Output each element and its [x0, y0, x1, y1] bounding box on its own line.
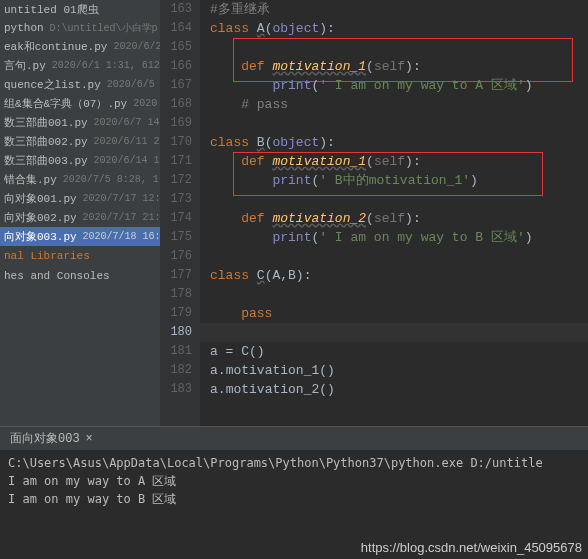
close-icon[interactable]: ×: [86, 432, 93, 446]
tree-item[interactable]: eak和continue.py2020/6/2 21: [0, 37, 160, 56]
terminal-output[interactable]: C:\Users\Asus\AppData\Local\Programs\Pyt…: [0, 450, 588, 512]
tree-item[interactable]: 错合集.py2020/7/5 8:28, 1.63 k: [0, 170, 160, 189]
tree-item[interactable]: python D:\untitled\小白学p: [0, 19, 160, 37]
watermark: https://blog.csdn.net/weixin_45095678: [361, 540, 582, 555]
tree-item[interactable]: 数三部曲001.py2020/6/7 14:18: [0, 113, 160, 132]
tree-item-selected[interactable]: 向对象003.py2020/7/18 16:47,: [0, 227, 160, 246]
tree-item[interactable]: 数三部曲002.py2020/6/11 22:: [0, 132, 160, 151]
output-line: I am on my way to A 区域: [8, 472, 580, 490]
output-line: I am on my way to B 区域: [8, 490, 580, 508]
file-tree[interactable]: untitled 01爬虫 python D:\untitled\小白学p ea…: [0, 0, 160, 426]
line-gutter: 1631641651661671681691701711721731741751…: [160, 0, 200, 426]
tree-item[interactable]: 组&集合&字典（07）.py2020: [0, 94, 160, 113]
tree-item[interactable]: 数三部曲003.py2020/6/14 19:5: [0, 151, 160, 170]
code-editor[interactable]: #多重继承 class A(object): def motivation_1(…: [200, 0, 588, 426]
tree-item[interactable]: 向对象001.py2020/7/17 12:13,: [0, 189, 160, 208]
tree-item[interactable]: quence之list.py2020/6/5 9:41: [0, 75, 160, 94]
tree-item[interactable]: 向对象002.py2020/7/17 21:18,: [0, 208, 160, 227]
run-tab[interactable]: 面向对象003 ×: [0, 427, 588, 450]
folder-tab[interactable]: untitled 01爬虫: [0, 0, 160, 19]
external-libraries[interactable]: nal Libraries: [0, 246, 160, 266]
tree-item[interactable]: 言句.py2020/6/1 1:31, 612 B: [0, 56, 160, 75]
scratches-consoles[interactable]: hes and Consoles: [0, 266, 160, 286]
